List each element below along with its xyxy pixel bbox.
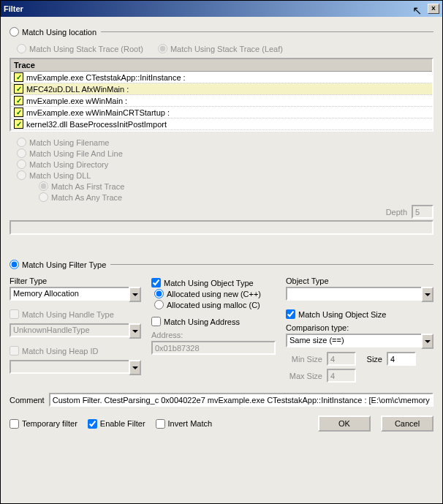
address-input [151,341,276,355]
match-stack-leaf-radio: Match Using Stack Trace (Leaf) [158,44,283,53]
match-filter-type-label: Match Using Filter Type [22,260,106,269]
trace-row[interactable]: ✓MFC42uD.DLL AfxWinMain : [11,83,432,95]
handle-type-combo: UnknownHandleType [10,323,141,339]
match-heap-id-check: Match Using Heap ID [10,346,141,356]
comparison-type-label: Comparison type: [286,323,433,332]
invert-match-check[interactable]: Invert Match [156,419,213,429]
match-object-size-check[interactable]: Match Using Object Size [286,309,433,319]
address-label: Address: [151,331,276,339]
comparison-type-combo[interactable]: Same size (==) [286,334,433,349]
chevron-down-icon [129,323,141,339]
depth-label: Depth [386,208,407,217]
cancel-button[interactable]: Cancel [381,415,433,432]
temporary-filter-check[interactable]: Temporary filter [10,419,77,429]
match-stack-root-radio: Match Using Stack Trace (Root) [17,44,143,53]
match-fileline-radio: Match Using File And Line [17,148,433,158]
empty-bar [10,220,433,235]
ok-button[interactable]: OK [318,415,371,432]
check-icon[interactable]: ✓ [14,108,23,117]
match-object-type-check[interactable]: Match Using Object Type [151,278,276,287]
max-size-label: Max Size [286,372,322,380]
heap-id-combo [10,360,141,375]
trace-list[interactable]: Trace ✓mvExample.exe CTeststakApp::InitI… [10,58,433,132]
check-icon[interactable]: ✓ [14,119,23,129]
enable-filter-check[interactable]: Enable Filter [88,419,145,429]
max-size-input [327,369,356,383]
chevron-down-icon [129,360,141,375]
svg-marker-1 [132,330,138,333]
match-location-label: Match Using location [22,28,96,37]
window-title: Filter [4,4,428,13]
chevron-down-icon[interactable] [421,287,433,302]
min-size-input [327,352,356,366]
size-input[interactable] [387,352,416,366]
trace-row[interactable]: ✓mvExample.exe wWinMainCRTStartup : [11,107,432,119]
trace-row[interactable]: ✓kernel32.dll BaseProcessInitPostImport [11,119,432,130]
filter-type-combo[interactable]: Memory Allocation [10,287,141,302]
object-type-combo[interactable] [286,287,433,302]
match-address-check[interactable]: Match Using Address [151,317,276,326]
chevron-down-icon[interactable] [129,287,141,302]
size-label: Size [360,355,382,364]
check-icon[interactable]: ✓ [14,72,23,82]
match-any-trace-radio: Match As Any Trace [39,192,433,202]
chevron-down-icon[interactable] [421,334,433,349]
svg-marker-0 [132,293,138,296]
filter-type-label: Filter Type [10,277,141,285]
divider [101,31,433,32]
check-icon[interactable]: ✓ [14,96,23,105]
alloc-malloc-radio[interactable]: Allocated using malloc (C) [154,300,276,309]
min-size-label: Min Size [286,355,322,364]
match-handle-type-check: Match Using Handle Type [10,309,141,319]
svg-marker-3 [425,293,431,296]
match-filename-radio: Match Using Filename [17,138,433,147]
filter-dialog: Filter × ↖ Match Using location Match Us… [0,0,443,504]
match-using-location-radio[interactable]: Match Using location [10,27,96,37]
match-filter-type-radio[interactable]: Match Using Filter Type [10,260,106,269]
titlebar[interactable]: Filter × [1,1,442,17]
check-icon[interactable]: ✓ [14,84,23,94]
depth-input [412,205,433,219]
alloc-new-radio[interactable]: Allocated using new (C++) [154,289,276,298]
match-first-trace-radio: Match As First Trace [39,181,433,191]
trace-row[interactable]: ✓mvExample.exe wWinMain : [11,95,432,107]
close-icon[interactable]: × [428,4,439,14]
svg-marker-4 [425,340,431,343]
match-directory-radio: Match Using Directory [17,159,433,169]
divider [110,264,433,265]
svg-marker-2 [132,366,138,369]
match-dll-radio: Match Using DLL [17,170,433,180]
object-type-label: Object Type [286,277,433,285]
trace-row[interactable]: ✓mvExample.exe CTeststakApp::InitInstanc… [11,72,432,83]
comment-input[interactable] [49,393,433,407]
trace-header: Trace [11,59,432,72]
comment-label: Comment [10,396,45,405]
